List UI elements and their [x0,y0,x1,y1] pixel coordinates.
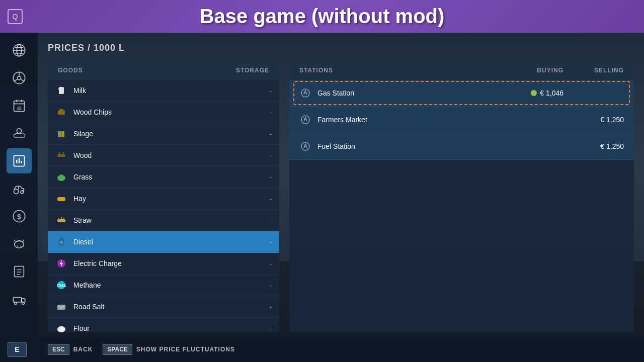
e-key-button[interactable]: E [8,342,27,357]
goods-item-hay[interactable]: Hay - [48,188,279,210]
svg-rect-42 [57,154,65,157]
sidebar-icon-tasks[interactable] [7,259,32,284]
goods-item-wood-chips[interactable]: Wood Chips - [48,102,279,123]
selling-col-header: SELLING [564,67,624,74]
goods-item-straw[interactable]: Straw - [48,210,279,231]
svg-line-9 [21,79,24,81]
goods-item-diesel[interactable]: Diesel - [48,231,279,253]
gas-station-icon [299,87,311,99]
main-content: PRICES / 1000 L GOODS STORAGE Milk - Woo… [38,33,644,349]
q-key-icon: Q [8,9,23,24]
svg-point-34 [14,302,17,305]
gas-station-buying-price: € 1,046 [540,89,564,97]
page-title: PRICES / 1000 L [48,43,634,53]
goods-item-name-road-salt: Road Salt [73,303,270,311]
svg-text:15: 15 [17,106,22,111]
stations-list: Gas Station € 1,046 Farmers Market € 1,2… [289,80,634,332]
sidebar-icon-weather[interactable] [7,121,32,146]
svg-point-62 [58,326,64,330]
svg-rect-46 [57,197,65,201]
goods-item-storage-milk: - [270,87,272,95]
sidebar-icon-stats[interactable] [7,148,32,173]
goods-item-name-wood: Wood [73,151,270,159]
svg-rect-40 [58,131,61,137]
svg-point-6 [17,76,21,80]
farmers-market-icon [299,114,311,126]
electric-charge-icon [55,257,67,269]
goods-item-storage-flour: - [270,325,272,332]
sidebar-icon-cow[interactable] [7,231,32,256]
goods-item-name-silage: Silage [73,130,270,138]
svg-point-35 [22,302,24,305]
sidebar-icon-tractor[interactable] [7,176,32,201]
sidebar: 15 $ [0,33,38,362]
goods-item-storage-wood-chips: - [270,109,272,116]
buying-col-header: BUYING [493,67,564,74]
gas-station-buy-dot [531,90,537,96]
svg-point-58 [59,306,60,307]
farmers-market-selling: € 1,250 [564,116,624,124]
goods-item-methane[interactable]: CH4 Methane - [48,275,279,296]
goods-item-grass[interactable]: Grass - [48,166,279,188]
goods-col-header: GOODS [58,67,236,74]
stations-col-header: STATIONS [299,67,493,74]
goods-item-name-straw: Straw [73,216,270,224]
goods-item-storage-wood: - [270,152,272,159]
goods-item-name-methane: Methane [73,281,270,289]
top-banner: Q Base game (without mod) [0,0,644,33]
banner-title: Base game (without mod) [200,5,445,28]
grass-icon [55,171,67,183]
fuel-station-icon [299,140,311,152]
svg-rect-28 [14,266,24,277]
goods-item-storage-straw: - [270,217,272,224]
goods-item-name-wood-chips: Wood Chips [73,108,270,116]
station-item-fuel-station[interactable]: Fuel Station € 1,250 [289,133,634,160]
svg-rect-41 [61,131,64,137]
sidebar-icon-globe[interactable] [7,38,32,63]
svg-point-53 [60,241,63,244]
goods-item-milk[interactable]: Milk - [48,80,279,102]
svg-rect-43 [59,152,60,155]
goods-panel-header: GOODS STORAGE [48,61,279,80]
goods-item-name-electric-charge: Electric Charge [73,259,270,267]
gas-station-name: Gas Station [317,89,493,97]
svg-point-60 [63,306,64,307]
goods-item-wood[interactable]: Wood - [48,145,279,166]
station-item-farmers-market[interactable]: Farmers Market € 1,250 [289,107,634,133]
goods-item-flour[interactable]: Flour - [48,318,279,332]
esc-key[interactable]: ESC [48,344,69,355]
sidebar-icon-calendar[interactable]: 15 [7,93,32,118]
sidebar-icon-money[interactable]: $ [7,204,32,229]
svg-rect-32 [13,298,21,302]
back-label: BACK [73,346,93,353]
back-key-group: ESC BACK [48,344,93,355]
station-item-gas-station[interactable]: Gas Station € 1,046 [289,80,634,107]
sidebar-icon-vehicles[interactable] [7,287,32,312]
goods-item-road-salt[interactable]: Road Salt - [48,296,279,318]
goods-item-silage[interactable]: Silage - [48,123,279,145]
svg-point-27 [20,246,21,247]
svg-point-25 [14,241,24,248]
goods-item-storage-methane: - [270,282,272,289]
goods-item-name-grass: Grass [73,173,270,181]
svg-rect-39 [59,109,63,111]
sidebar-icon-steering-wheel[interactable] [7,65,32,90]
svg-text:$: $ [17,213,21,221]
svg-rect-38 [58,111,65,115]
svg-text:CH4: CH4 [57,283,66,288]
goods-item-name-flour: Flour [73,324,270,332]
svg-line-8 [14,79,18,81]
goods-item-electric-charge[interactable]: Electric Charge - [48,253,279,275]
svg-point-26 [17,246,18,247]
farmers-market-selling-price: € 1,250 [600,116,624,124]
space-key[interactable]: SPACE [103,344,132,355]
wood-icon [55,149,67,161]
goods-item-storage-hay: - [270,195,272,203]
storage-col-header: STORAGE [236,67,269,74]
fluctuations-label: SHOW PRICE FLUCTUATIONS [136,346,235,353]
svg-rect-52 [60,237,62,239]
svg-point-59 [61,307,62,309]
farmers-market-name: Farmers Market [317,116,493,124]
fluctuations-key-group: SPACE SHOW PRICE FLUCTUATIONS [103,344,235,355]
flour-icon [55,322,67,332]
